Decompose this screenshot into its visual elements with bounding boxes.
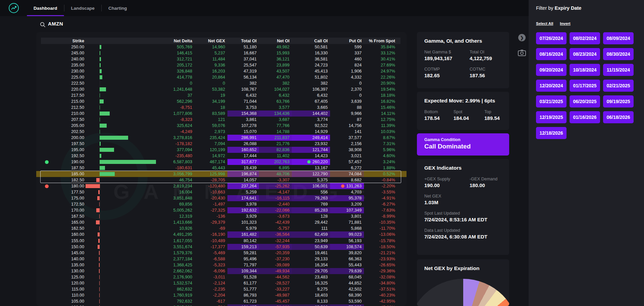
strikes-table-card: GAMMAEDGE Strike Net Delta Net GEX Total…	[36, 32, 407, 306]
table-row[interactable]: 120.001,532,574-2,12461,177-28,52716,325…	[36, 280, 407, 286]
table-row[interactable]: 187.50-180,63145,44319,4396,89513,1676,2…	[36, 165, 407, 171]
expiry-date-button[interactable]: 12/18/2026	[536, 127, 567, 139]
expiry-date-button[interactable]: 01/16/2026	[570, 111, 600, 123]
strike-cell: 250.00	[36, 44, 86, 50]
table-row[interactable]: 215.00562,29634,19971,04463,76667,4053,6…	[36, 98, 407, 104]
expiry-date-button[interactable]: 01/17/2025	[570, 80, 600, 92]
table-row[interactable]: 245.00146,4155,23716,66715,99316,3303373…	[36, 50, 407, 56]
net-gex-bar	[96, 208, 100, 212]
put-oi-cell: 42,502	[330, 286, 364, 292]
table-row[interactable]: 140.002,377,184-6,58895,496-37,23029,133…	[36, 256, 407, 262]
expiry-date-button[interactable]: 09/20/2024	[536, 64, 567, 76]
table-row[interactable]: 195.00377,094120,199160,65282,836121,744…	[36, 147, 407, 153]
expiry-date-button[interactable]: 08/23/2024	[570, 48, 600, 60]
total-oi-cell: 196,874	[227, 171, 259, 177]
table-row[interactable]: 207.50-8,3231213,8613,6873,7748712.75%	[36, 117, 407, 123]
strike-cell: 130.00	[36, 268, 86, 274]
tab-charting[interactable]: Charting	[102, 0, 134, 16]
table-row[interactable]: 230.00326,84816,20347,31943,50745,4131,9…	[36, 68, 407, 74]
net-oi-cell: -57,935	[259, 244, 292, 250]
table-row[interactable]: 105.00792,632-61761,723-45,4578,13353,59…	[36, 298, 407, 304]
net-gex-bar-cell	[86, 80, 156, 86]
pct-cell: 16.82%	[364, 98, 397, 104]
expiry-date-button[interactable]: 12/20/2024	[536, 80, 567, 92]
table-row[interactable]: 217.5037196,4326,4326,432018.18%	[36, 92, 407, 98]
net-gex-cell: 467,174	[195, 159, 227, 165]
table-row[interactable]: 212.50-8,751183,7533,5773,6658815.46%	[36, 104, 407, 111]
table-row[interactable]: 167.5012,319-1363,929-3,6731283,801-8.99…	[36, 213, 407, 219]
table-row[interactable]: 197.50-178,1827,09426,08821,77623,9322,1…	[36, 141, 407, 147]
table-row[interactable]: 205.00325,62459,076107,27877,76692,52214…	[36, 123, 407, 129]
table-row[interactable]: 110.001,760,919-2,20486,793-49,98718,403…	[36, 292, 407, 298]
tab-landscape[interactable]: Landscape	[64, 0, 102, 16]
ticker-search-input[interactable]	[48, 21, 78, 27]
expiry-date-button[interactable]: 08/16/2024	[536, 48, 567, 60]
tab-dashboard[interactable]: Dashboard	[27, 0, 64, 16]
table-row[interactable]: 145.001,579,376-5,46959,281-20,35919,461…	[36, 250, 407, 256]
table-row[interactable]: 170.005,005,262-27,325192,632-22,06685,2…	[36, 207, 407, 213]
net-delta-cell: 862,632	[156, 286, 195, 292]
select-all-link[interactable]: Select All	[536, 21, 553, 26]
table-row[interactable]: 220.001,241,64853,382108,767104,027106,3…	[36, 86, 407, 92]
table-row[interactable]: 162.5010,926-695,979-5,7571115,868-11.70…	[36, 225, 407, 231]
table-row[interactable]: 160.004,491,295-16,190161,482-36,56462,4…	[36, 231, 407, 237]
expiry-date-button[interactable]: 08/09/2024	[603, 32, 634, 44]
table-row[interactable]: 192.50-235,48014,97217,44411,40214,4233,…	[36, 153, 407, 159]
table-row[interactable]: 182.5046,754-28,70514,057-3,3075,3758,68…	[36, 177, 407, 183]
expiry-date-button[interactable]: 06/20/2025	[570, 95, 600, 107]
table-row[interactable]: 135.001,368,425-5,32371,797-39,08916,354…	[36, 262, 407, 268]
net-gex-bar-cell	[86, 123, 156, 129]
call-oi-cell: 67,405	[292, 98, 330, 104]
table-row[interactable]: 150.003,551,674-17,377159,213-57,93550,6…	[36, 244, 407, 250]
table-row[interactable]: 235.00205,1729,33625,54723,89924,7238242…	[36, 62, 407, 68]
total-oi-cell: 108,767	[227, 86, 259, 92]
camera-icon[interactable]	[518, 49, 526, 56]
expiry-date-button[interactable]: 11/15/2024	[603, 64, 634, 76]
net-oi-cell: -20,359	[259, 250, 292, 256]
expiry-date-button[interactable]: 09/19/2025	[603, 95, 634, 107]
expiry-date-button[interactable]: 10/18/2024	[570, 64, 600, 76]
expiry-date-button[interactable]: 12/19/2025	[536, 111, 567, 123]
expiry-date-button[interactable]: 06/18/2026	[603, 111, 634, 123]
table-row[interactable]: 250.00505,76914,96051,18049,98250,581599…	[36, 44, 407, 50]
table-row[interactable]: 200.003,278,816235,424286,991211,837249,…	[36, 135, 407, 141]
expiry-date-button[interactable]: 08/30/2024	[603, 48, 634, 60]
table-row[interactable]: 202.50-4,2492,97315,07014,78814,92914110…	[36, 129, 407, 135]
expiry-date-button[interactable]: 03/21/2025	[536, 95, 567, 107]
table-row[interactable]: 222.5000382382382020.90%	[36, 80, 407, 86]
table-row[interactable]: 100.002,515,602-784101,465-50,33325,5667…	[36, 304, 407, 306]
net-gex-bar-cell	[86, 44, 156, 50]
table-body: 250.00505,76914,96051,18049,98250,581599…	[36, 44, 407, 306]
put-oi-cell: 3,639	[330, 98, 364, 104]
call-oi-cell: 16,354	[292, 262, 330, 268]
net-oi-cell: -4,147	[259, 189, 292, 195]
total-oi-cell: 3,861	[227, 117, 259, 123]
table-row[interactable]: 180.002,819,234-120,480237,264-25,262106…	[36, 183, 407, 189]
strike-cell: 170.00	[36, 207, 86, 213]
table-row[interactable]: 165.001,413,666-29,379101,323-42,43929,4…	[36, 219, 407, 225]
expiry-date-button[interactable]: 07/26/2024	[536, 32, 567, 44]
net-gex-cell: -16,190	[195, 231, 227, 237]
pct-cell: -13.06%	[364, 231, 397, 237]
table-row[interactable]: 225.00414,77820,86456,13447,47051,8024,3…	[36, 74, 407, 80]
table-row[interactable]: 190.006,587,803467,174317,677202,763260,…	[36, 159, 407, 165]
strike-cell: 182.50	[36, 177, 86, 183]
table-row[interactable]: 115.00862,632-2,23551,777-33,2279,27542,…	[36, 286, 407, 292]
table-row[interactable]: 240.00312,72111,48437,04136,12136,581460…	[36, 56, 407, 62]
call-oi-cell: 29,133	[292, 256, 330, 262]
expiry-date-button[interactable]: 08/02/2024	[570, 32, 600, 44]
invert-link[interactable]: Invert	[560, 21, 570, 26]
chevron-right-circle-icon[interactable]: ❯	[518, 34, 526, 41]
table-row[interactable]: 172.5069,856-1,4973,978-2,4407693,209-6.…	[36, 201, 407, 207]
table-row[interactable]: 155.001,617,055-10,48980,142-32,24423,94…	[36, 238, 407, 244]
table-row[interactable]: 177.5016,004-10,6635,259-4,1475564,703-3…	[36, 189, 407, 195]
call-oi-cell: 16,325	[292, 280, 330, 286]
table-row[interactable]: 175.003,851,848-20,430174,641-16,11579,2…	[36, 195, 407, 201]
table-row[interactable]: 125.002,176,900-3,01191,528-44,56223,483…	[36, 274, 407, 280]
expiry-date-button[interactable]: 02/21/2025	[603, 80, 634, 92]
stat-cotmp: COTMP 182.65	[424, 67, 470, 78]
table-row[interactable]: 185.003,056,799125,998196,87448,706122,7…	[36, 171, 407, 177]
net-delta-cell: 12,319	[156, 213, 195, 219]
table-row[interactable]: 210.001,077,80683,589154,368134,436144,4…	[36, 111, 407, 117]
table-row[interactable]: 130.002,662,062-6,096109,344-49,93429,70…	[36, 268, 407, 274]
